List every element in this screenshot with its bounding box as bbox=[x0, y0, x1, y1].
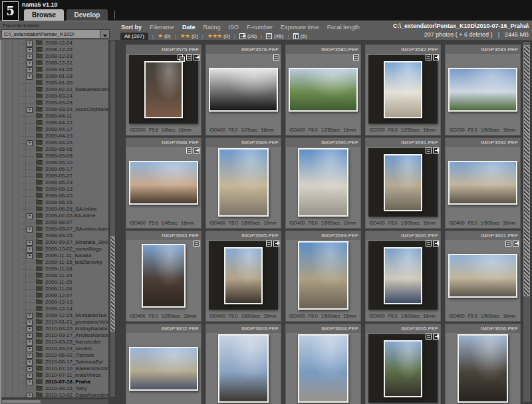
sort-option-f-number[interactable]: F-number bbox=[247, 24, 273, 31]
folder-tree-item[interactable]: 2009-01-30 bbox=[1, 80, 108, 86]
photo-cell[interactable]: IMGP3588.PEFISO400F5.61/45sec16mm bbox=[126, 138, 201, 228]
expand-plus-icon[interactable]: + bbox=[27, 393, 33, 397]
expand-plus-icon[interactable]: + bbox=[27, 379, 33, 385]
folder-tree-item[interactable]: 2009-05-22 bbox=[1, 173, 108, 179]
folder-tree-item[interactable]: 2009-05-08 bbox=[1, 153, 108, 159]
expand-plus-icon[interactable]: + bbox=[27, 60, 33, 66]
folder-tree-item[interactable]: +2010-01-21_pomarancVoVode bbox=[1, 319, 108, 326]
photo-thumbnail[interactable] bbox=[384, 61, 422, 118]
expand-plus-icon[interactable]: + bbox=[27, 353, 33, 359]
sort-option-focal-length[interactable]: Focal length bbox=[327, 24, 360, 31]
expand-plus-icon[interactable]: + bbox=[27, 47, 33, 53]
expand-plus-icon[interactable]: + bbox=[27, 213, 33, 219]
photo-thumbnail[interactable] bbox=[448, 161, 517, 205]
tab-browse[interactable]: Browse bbox=[24, 9, 64, 21]
expand-plus-icon[interactable]: + bbox=[27, 373, 33, 379]
filter-tag[interactable]: (45) bbox=[266, 33, 283, 39]
photo-thumbnail[interactable] bbox=[218, 334, 269, 403]
photo-thumbnail[interactable] bbox=[384, 340, 422, 397]
photo-cell[interactable]: IMGP3589.PEFISO400F8.01/500sec16mm bbox=[206, 138, 281, 228]
folder-tree-item[interactable]: +2009-12-25_MursalskiTea bbox=[1, 312, 108, 319]
folder-tree-item[interactable]: +2010-07-10_Baerenshutzklamm bbox=[1, 365, 108, 372]
folder-tree-item[interactable]: 2009-11-25 bbox=[1, 279, 108, 286]
sort-option-filename[interactable]: Filename bbox=[150, 24, 174, 31]
folder-tree-item[interactable]: +2010-06-17_SalviovaByt bbox=[1, 359, 108, 365]
expand-plus-icon[interactable]: + bbox=[27, 54, 33, 60]
expand-plus-icon[interactable]: + bbox=[27, 247, 33, 252]
photo-cell[interactable]: IMGP3601.PEFISO400F8.01/500sec16mm bbox=[446, 231, 520, 321]
expand-plus-icon[interactable]: + bbox=[27, 227, 33, 233]
folder-tree-item[interactable]: 2009-06-26_BA-inline bbox=[1, 206, 108, 213]
sidebar-horizontal-scrollbar[interactable] bbox=[1, 399, 108, 404]
photo-thumbnail[interactable] bbox=[384, 247, 422, 304]
folder-tree-item[interactable]: +2009-09-27_Mirafalle_Strkovec bbox=[1, 239, 108, 246]
photo-cell[interactable]: IMGP3603.PEF bbox=[206, 324, 281, 404]
expand-plus-icon[interactable]: + bbox=[27, 107, 33, 113]
sort-option-date[interactable]: Date bbox=[182, 24, 196, 31]
sort-option-exposure-time[interactable]: Exposure time bbox=[281, 24, 319, 31]
folder-tree-item[interactable]: +2009-10-02_nama5logo bbox=[1, 246, 108, 252]
folder-tree-item[interactable]: 2009-04-17 bbox=[1, 126, 108, 133]
folder-tree-item[interactable]: 2009-05-06 bbox=[1, 146, 108, 153]
photo-cell[interactable]: IMGP3592.PEFISO400F8.01/500sec16mm bbox=[446, 138, 520, 228]
photo-cell[interactable]: IMGP3590.PEFISO400F8.01/500sec16mm bbox=[286, 138, 360, 228]
expand-plus-icon[interactable]: + bbox=[27, 320, 33, 326]
tab-develop[interactable]: Develop bbox=[66, 9, 108, 21]
photo-thumbnail[interactable] bbox=[289, 68, 358, 112]
folder-tree-item[interactable]: 2009-09-25 bbox=[1, 233, 108, 239]
folder-tree-item[interactable]: +2010-03-27_AndreaNarodeniny bbox=[1, 332, 108, 339]
folder-tree-item[interactable]: +2009-01-28 bbox=[1, 73, 108, 80]
photo-cell[interactable]: IMGP3606.PEF bbox=[446, 324, 520, 404]
sidebar-horizontal-scrollbar-thumb[interactable] bbox=[2, 400, 41, 403]
photo-cell[interactable]: IMGP3578.PEFISO400F8.01/20sec16mm bbox=[206, 45, 281, 135]
folder-tree-item[interactable]: 2009-11-19 bbox=[1, 272, 108, 279]
photo-cell[interactable]: IMGP3595.PEFISO400F8.01/500sec16mm bbox=[206, 231, 281, 321]
folder-tree-item[interactable]: 2009-03-28 bbox=[1, 100, 108, 106]
folder-tree-item[interactable]: 2009-06-13 bbox=[1, 186, 108, 193]
photo-cell[interactable]: IMGP3593.PEFISO400F8.01/250sec16mm bbox=[126, 231, 201, 321]
folder-tree-item[interactable]: +2009-03-29_csobCityMaraton bbox=[1, 106, 108, 113]
folder-tree-item[interactable]: +2008-12-25 bbox=[1, 47, 108, 53]
folder-tree-item[interactable]: 2009-06-20 bbox=[1, 193, 108, 199]
filter-2-stars[interactable]: ★★(0) bbox=[180, 33, 198, 39]
folder-tree-item[interactable]: 2009-12-14 bbox=[1, 306, 108, 312]
grid-scrollbar-thumb[interactable] bbox=[523, 45, 530, 296]
expand-plus-icon[interactable]: + bbox=[27, 253, 33, 259]
photo-cell[interactable]: IMGP3600.PEFISO400F8.01/500sec16mm bbox=[366, 231, 440, 321]
folder-tree-item[interactable]: +2009-07-02-BA-inline bbox=[1, 213, 108, 219]
folder-tree-item[interactable]: 2009-05-23 bbox=[1, 179, 108, 186]
folder-tree-item[interactable]: +2010-03-20_krstinyNatalia bbox=[1, 326, 108, 332]
expand-plus-icon[interactable]: + bbox=[27, 359, 33, 365]
expand-plus-icon[interactable]: + bbox=[27, 366, 33, 372]
expand-plus-icon[interactable]: + bbox=[27, 326, 33, 332]
expand-plus-icon[interactable]: + bbox=[27, 340, 33, 346]
folder-tree-item[interactable]: 2009-11-15_ledZiarovky bbox=[1, 259, 108, 266]
photo-thumbnail[interactable] bbox=[224, 247, 263, 304]
folder-tree-item-selected[interactable]: +2010-07-16_Praha bbox=[1, 379, 108, 385]
folder-tree-item[interactable]: 2009-08-07 bbox=[1, 219, 108, 226]
folder-tree-item[interactable]: 2009-12-07 bbox=[1, 292, 108, 299]
expand-plus-icon[interactable]: + bbox=[27, 41, 33, 47]
photo-cell[interactable]: IMGP3599.PEFISO400F8.01/500sec16mm bbox=[286, 231, 360, 321]
folder-tree-item[interactable]: +2008-12-24 bbox=[1, 40, 108, 47]
folder-tree-item[interactable]: 2009-06-26 bbox=[1, 199, 108, 206]
photo-cell[interactable]: IMGP3605.PEF bbox=[366, 324, 440, 404]
expand-plus-icon[interactable]: + bbox=[27, 333, 33, 339]
photo-thumbnail[interactable] bbox=[458, 334, 508, 403]
photo-thumbnail[interactable] bbox=[384, 154, 422, 211]
folder-tree-item[interactable]: +2009-08-07_BA-inline-karneval bbox=[1, 226, 108, 233]
photo-cell[interactable]: IMGP3583.PEFISO200F8.01/500sec16mm bbox=[446, 45, 520, 135]
photo-thumbnail[interactable] bbox=[144, 61, 183, 118]
photo-thumbnail[interactable] bbox=[298, 148, 348, 217]
folder-tree-item[interactable]: +2010-06-02_ITcrowd bbox=[1, 352, 108, 359]
folder-tree-item[interactable]: +2010-07-11_maleVinice bbox=[1, 372, 108, 379]
folder-tree-item[interactable]: 2010-09-16_Tatry bbox=[1, 385, 108, 392]
photo-thumbnail[interactable] bbox=[129, 347, 198, 391]
photo-cell[interactable]: IMGP3582.PEFISO200F8.01/250sec16mm bbox=[366, 45, 440, 135]
grid-scrollbar[interactable] bbox=[523, 41, 531, 403]
photo-thumbnail[interactable] bbox=[209, 68, 278, 112]
folder-tree-item[interactable]: 2009-02-21_babkaNarodiny bbox=[1, 86, 108, 93]
expand-plus-icon[interactable]: + bbox=[27, 240, 33, 246]
folder-tree-item[interactable]: 2009-05-10 bbox=[1, 159, 108, 166]
expand-plus-icon[interactable]: + bbox=[27, 67, 33, 73]
